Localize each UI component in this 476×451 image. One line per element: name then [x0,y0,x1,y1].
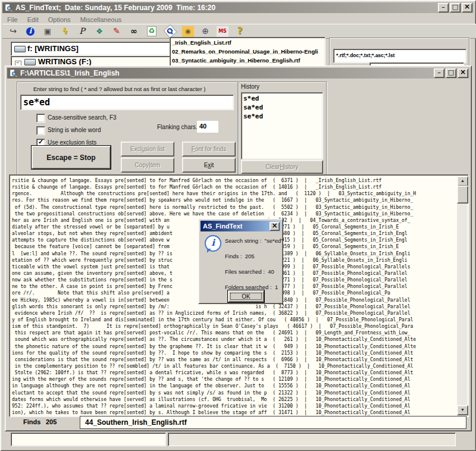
display-icon[interactable]: ▣ [42,26,54,37]
result-line[interactable]: the two prepositional constructions ob[s… [12,211,457,217]
drive-combo-value: f: [WRITINGS] [27,44,79,53]
history-item[interactable]: s*ed [242,94,322,103]
scroll-down-icon[interactable]: ▼ [457,405,468,415]
result-line[interactable]: glish words this sonorant is only repre[… [12,303,457,310]
scroll-thumb[interactable] [457,186,468,203]
finder-titlebar: F:\ARTICLES\1_Irish_English [7,68,469,79]
result-line[interactable]: y of English brought to Ireland and dis[… [12,317,457,323]
history-item[interactable]: sa*ed [242,103,322,112]
use-exclusion-label: Use exclusion lists [48,139,96,146]
info-icon-tail [207,249,211,253]
file-item[interactable]: _Irish_English_List.rtf [170,38,325,47]
scroll-up-icon[interactable]: ▲ [457,176,468,186]
find-binoculars-icon[interactable]: ∞ [128,26,140,37]
finder-window-title: F:\ARTICLES\1_Irish_English [7,69,120,77]
pen-icon[interactable]: ✎ [111,26,123,37]
tree-item-label[interactable]: WRITINGS (F:) [38,57,92,66]
current-file-box: 44_Southern_Irish_English.rtf [80,416,466,429]
result-line[interactable]: in the complementary position to ?? re[s… [12,363,457,369]
filter-field-box[interactable]: *.rtf;*.doc;*.txt;*.asc;*.lst [333,49,466,63]
result-line[interactable]: ion), which he takes to have been repre[… [12,409,457,415]
close-button[interactable] [462,3,472,12]
ok-button[interactable]: OK [228,290,264,302]
tree-drive-icon [24,59,36,65]
help-icon[interactable]: ? [234,26,246,37]
result-line[interactable]: rgence. Although the constructions pre[s… [12,190,457,197]
current-file-name: 44_Southern_Irish_English.rtf [85,418,187,427]
menu-item[interactable]: Options [43,15,76,23]
result-line[interactable]: rsitie & chaunge of langage. Essays pre[… [12,177,457,184]
dialog-line-files: Files searched : 40 [225,268,274,275]
whole-word-checkbox[interactable] [36,126,45,135]
clear-history-button[interactable]: Clear History [241,160,323,174]
result-line[interactable]: ism of this standpoint. 7) It is repre[s… [12,323,457,330]
exit-icon[interactable]: ↪ [7,26,19,37]
history-item[interactable]: se*ed [242,112,322,121]
as-findtext-app: AS_FindText; Date: Sunday, 15 February 2… [0,0,476,451]
exit-button[interactable]: Exit [182,158,236,173]
result-line[interactable]: in language although they are not repre[… [12,383,457,389]
info-icon[interactable]: i [26,27,35,36]
history-label: History [241,83,259,90]
result-line[interactable]: of (5d). The constructional type repre[s… [12,204,457,211]
menu-item[interactable]: File [2,15,23,23]
dialog-title: AS_FindText [201,223,242,230]
main-titlebar: AS_FindText; Date: Sunday, 15 February 2… [2,2,474,13]
flanking-chars-value: 40 [199,123,206,130]
file-item[interactable]: 03_Syntactic_ambiguity_in_Hiberno_Englis… [170,56,325,65]
result-line[interactable]: this respect are that again it has pre[s… [12,330,457,336]
result-line[interactable]: ing with the merger of the sounds repre[… [12,376,457,383]
status-panel-left [11,433,166,446]
result-line[interactable]: the phonetic nature of the sound repre[s… [12,343,457,350]
search-page-icon[interactable]: Ϙ [163,24,177,38]
finds-label: Finds [23,418,40,425]
folder-camera-icon[interactable]: ◉ [182,26,194,37]
app-icon [4,4,12,12]
maximize-button[interactable] [450,3,461,12]
dialog-line-folders: Folders searched : 1 [225,284,278,290]
minimize-button[interactable] [438,3,449,12]
finder-minimize-button[interactable] [434,68,444,78]
result-line[interactable]: Stolte (2962: 100ff.) is that ?? repre[s… [12,369,457,376]
refresh-page-icon[interactable]: ♻ [147,26,156,36]
target-icon[interactable]: ⊕ [199,26,211,37]
book-icon[interactable]: ❖ [93,26,105,37]
flanking-chars-input[interactable]: 40 [197,121,218,133]
dialog-titlebar: AS_FindText [201,221,281,231]
result-line[interactable]: eluctant to accept that the sound repre[… [12,390,457,396]
result-line[interactable]: res. For this reason we find them repre[… [12,197,457,203]
dialog-close-button[interactable] [270,222,280,231]
results-scrollbar[interactable]: ▲ ▼ [457,176,467,415]
history-list[interactable]: s*edsa*edse*ed [241,92,323,159]
exclusion-list-button[interactable]: Exclusion list [121,142,174,156]
lightning-icon[interactable]: ϟ [59,26,71,37]
print-preview-icon[interactable]: P [76,26,88,37]
font-for-finds-button[interactable]: Font for finds [182,142,236,156]
drive-combobox[interactable]: f: [WRITINGS] ▼ [11,42,184,56]
ms-dos-icon[interactable]: MS [217,26,228,37]
copy-item-button[interactable]: Copy Item [121,158,174,173]
menu-item[interactable]: Miscellaneous [76,15,127,23]
main-window-title: AS_FindText; Date: Sunday, 15 February 2… [2,4,215,12]
menu-item[interactable]: Edit [23,15,43,23]
case-sensitive-label: Case-sensitive search, F3 [48,114,117,121]
dialog-line-search: Search string : "se*ed" [225,237,283,244]
result-line[interactable]: rsitie & chaunge of langage. Essays pre[… [12,184,457,190]
file-item[interactable]: 02_Remarks_on_Pronominal_Usage_in_Hibern… [170,47,325,56]
result-line[interactable]: 952: 224ff.), who assumes that ?? repre[… [12,403,457,409]
whole-word-label: String is whole word [48,127,101,133]
escape-stop-button[interactable]: Escape = Stop [32,146,111,169]
search-input[interactable]: se*ed [20,95,234,110]
drive-icon [14,46,26,52]
finder-close-button[interactable] [458,68,468,78]
result-line[interactable]: evidence where Irish /f/ ?? is repre[sen… [12,310,457,317]
result-line[interactable]: considerations is that the sound repre[s… [12,356,457,363]
result-line[interactable]: ions for the quality of the sound repre[… [12,350,457,356]
case-sensitive-checkbox[interactable] [36,114,45,123]
search-prompt-label: Enter string to find ( * and ? allowed b… [33,86,205,92]
result-line[interactable]: dates forms which would otherwise have [… [12,396,457,403]
finder-maximize-button[interactable] [446,68,456,78]
filter-value: *.rtf;*.doc;*.txt;*.asc;*.lst [336,52,394,58]
menubar: FileEditOptionsMiscellaneous [2,14,474,24]
result-line[interactable]: sound which was orthographically repre[s… [12,336,457,343]
